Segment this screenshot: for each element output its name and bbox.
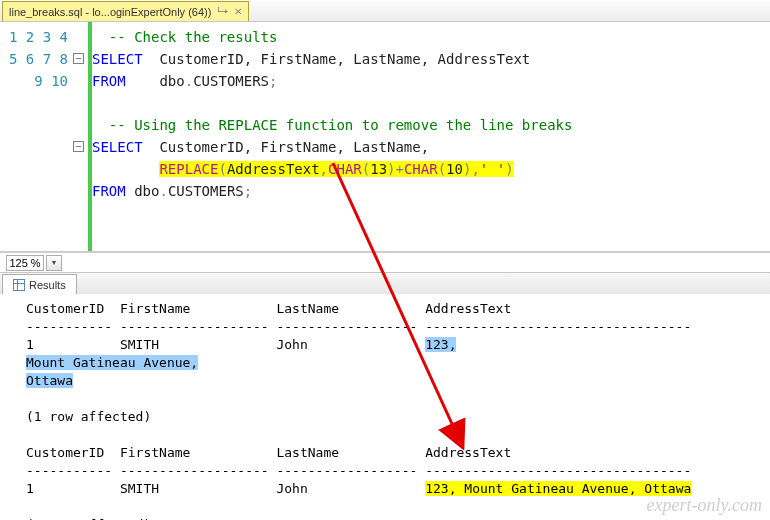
highlighted-replace: REPLACE(AddressText,CHAR(13)+CHAR(10),' … (159, 161, 513, 177)
address-multiline: Mount Gatineau Avenue, (26, 355, 198, 370)
watermark: expert-only.com (647, 495, 762, 516)
address-multiline: 123, (425, 337, 456, 352)
fold-toggle[interactable]: − (73, 141, 84, 152)
fold-toggle[interactable]: − (73, 53, 84, 64)
results-tab[interactable]: Results (2, 274, 77, 294)
pin-icon[interactable]: ⮡ (217, 6, 228, 18)
editor-tab[interactable]: line_breaks.sql - lo...oginExpertOnly (6… (2, 1, 249, 21)
table-row: 1 SMITH John 123, (26, 337, 456, 352)
results-tab-label: Results (29, 279, 66, 291)
results-header: CustomerID FirstName LastName AddressTex… (26, 301, 511, 316)
table-row: 1 SMITH John 123, Mount Gatineau Avenue,… (26, 481, 691, 496)
close-icon[interactable]: ✕ (234, 6, 242, 17)
line-number-gutter: 1 2 3 4 5 6 7 8 9 10 (0, 22, 72, 251)
results-header: CustomerID FirstName LastName AddressTex… (26, 445, 511, 460)
fold-gutter: − − (72, 22, 88, 251)
results-divider: ----------- ------------------- --------… (26, 319, 691, 334)
zoom-bar: ▾ (0, 252, 770, 272)
code-area[interactable]: -- Check the results SELECT CustomerID, … (88, 22, 770, 251)
zoom-dropdown-button[interactable]: ▾ (46, 255, 62, 271)
address-multiline: Ottawa (26, 373, 73, 388)
tab-title: line_breaks.sql - lo...oginExpertOnly (6… (9, 6, 211, 18)
results-pane[interactable]: CustomerID FirstName LastName AddressTex… (0, 294, 770, 520)
zoom-input[interactable] (6, 255, 44, 271)
address-single-line: 123, Mount Gatineau Avenue, Ottawa (425, 481, 691, 496)
code-editor[interactable]: 1 2 3 4 5 6 7 8 9 10 − − -- Check the re… (0, 22, 770, 252)
rows-affected: (1 row affected) (26, 409, 151, 424)
results-tab-strip: Results (0, 272, 770, 294)
tab-strip: line_breaks.sql - lo...oginExpertOnly (6… (0, 0, 770, 22)
grid-icon (13, 279, 25, 291)
results-divider: ----------- ------------------- --------… (26, 463, 691, 478)
